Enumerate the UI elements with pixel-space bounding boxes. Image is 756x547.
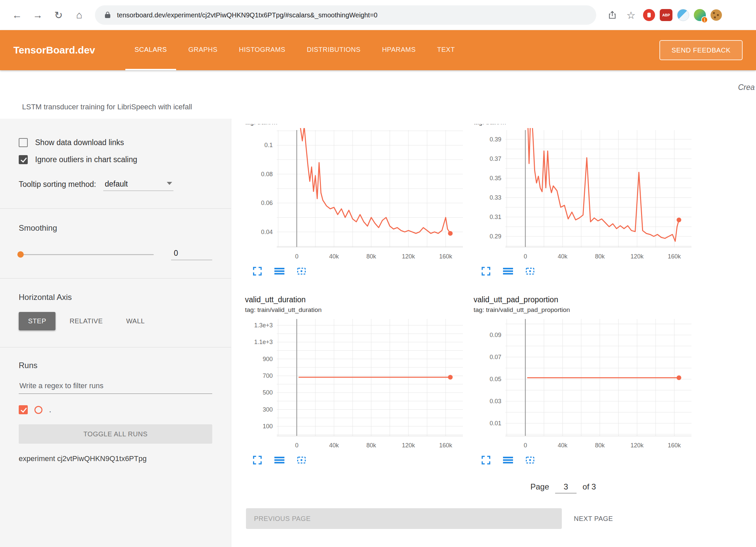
svg-text:0.39: 0.39	[490, 136, 501, 143]
tab-text[interactable]: TEXT	[428, 30, 464, 70]
app-header: TensorBoard.dev SCALARS GRAPHS HISTOGRAM…	[0, 30, 756, 70]
tooltip-sorting-dropdown[interactable]: default	[103, 180, 173, 191]
chart-toolbar	[252, 453, 466, 467]
svg-text:0.1: 0.1	[264, 142, 273, 148]
svg-text:0: 0	[524, 442, 527, 449]
chart-toolbar	[252, 264, 466, 278]
svg-text:40k: 40k	[558, 442, 568, 449]
axis-relative-button[interactable]: RELATIVE	[60, 312, 112, 330]
svg-text:0.33: 0.33	[490, 194, 501, 201]
svg-text:160k: 160k	[439, 253, 453, 260]
horizontal-axis-buttons: STEP RELATIVE WALL	[19, 312, 212, 330]
reload-icon[interactable]: ↻	[49, 5, 68, 25]
svg-text:120k: 120k	[631, 253, 644, 260]
svg-text:0.01: 0.01	[490, 420, 501, 427]
chart-card-top-left: tag: train/… 0.040.060.080.1040k80k120k1…	[245, 124, 466, 278]
svg-text:300: 300	[263, 406, 273, 413]
axis-wall-button[interactable]: WALL	[117, 312, 154, 330]
expand-icon[interactable]	[481, 266, 491, 276]
ignore-outliers-row: Ignore outliers in chart scaling	[19, 155, 212, 164]
smoothing-slider[interactable]	[19, 254, 154, 255]
ignore-outliers-checkbox[interactable]	[19, 155, 28, 164]
chart-toolbar	[481, 264, 694, 278]
horizontal-lines-icon[interactable]	[274, 455, 284, 465]
divider	[0, 208, 231, 209]
forward-icon[interactable]: →	[28, 5, 47, 25]
svg-text:40k: 40k	[329, 253, 339, 260]
cookie-icon[interactable]	[711, 9, 722, 21]
chart-card-valid-utt-duration: valid_utt_duration tag: train/valid_utt_…	[245, 295, 466, 467]
svg-text:0.06: 0.06	[261, 200, 273, 206]
tab-scalars[interactable]: SCALARS	[125, 30, 176, 70]
chart-title: valid_utt_pad_proportion	[474, 295, 694, 304]
show-download-links-checkbox[interactable]	[19, 138, 28, 147]
svg-text:120k: 120k	[402, 442, 415, 449]
line-chart-valid-utt-pad-proportion[interactable]: 0.010.030.050.070.09040k80k120k160k	[474, 317, 694, 450]
page-number-input[interactable]: 3	[555, 482, 577, 494]
previous-page-button[interactable]: PREVIOUS PAGE	[246, 508, 562, 529]
show-download-links-row: Show data download links	[19, 138, 212, 147]
back-icon[interactable]: ←	[7, 5, 27, 25]
tab-histograms[interactable]: HISTOGRAMS	[230, 30, 295, 70]
axis-step-button[interactable]: STEP	[19, 312, 55, 330]
runs-heading: Runs	[19, 361, 212, 370]
svg-text:80k: 80k	[366, 442, 376, 449]
run-color-swatch	[34, 406, 42, 414]
chevron-down-icon	[167, 182, 172, 185]
svg-text:500: 500	[263, 389, 273, 396]
svg-text:80k: 80k	[595, 442, 605, 449]
nav-tabs: SCALARS GRAPHS HISTOGRAMS DISTRIBUTIONS …	[125, 30, 464, 70]
horizontal-lines-icon[interactable]	[503, 455, 513, 465]
fit-domain-icon[interactable]	[525, 455, 535, 465]
url-bar[interactable]: tensorboard.dev/experiment/cj2vtPiwQHKN9…	[95, 5, 596, 25]
smoothing-slider-thumb[interactable]	[17, 251, 24, 258]
fit-domain-icon[interactable]	[525, 266, 535, 276]
svg-text:40k: 40k	[558, 253, 568, 260]
svg-text:1.3e+3: 1.3e+3	[254, 322, 273, 329]
line-chart-valid-utt-duration[interactable]: 1003005007009001.1e+31.3e+3040k80k120k16…	[245, 317, 466, 450]
experiment-description: LSTM transducer training for LibriSpeech…	[22, 103, 192, 111]
chart-tag: tag: train/valid_utt_pad_proportion	[474, 306, 694, 314]
run-row: .	[19, 405, 212, 414]
expand-icon[interactable]	[252, 266, 262, 276]
svg-text:0.31: 0.31	[490, 214, 501, 220]
charts-grid: tag: train/… 0.040.060.080.1040k80k120k1…	[245, 124, 756, 467]
profile-avatar[interactable]: 1	[694, 9, 706, 21]
svg-text:80k: 80k	[366, 253, 376, 260]
svg-text:160k: 160k	[439, 442, 453, 449]
svg-text:0.07: 0.07	[490, 354, 501, 360]
svg-text:0: 0	[295, 253, 298, 260]
tab-graphs[interactable]: GRAPHS	[179, 30, 227, 70]
line-chart-top-left[interactable]: 0.040.060.080.1040k80k120k160k	[245, 128, 466, 261]
chart-title: valid_utt_duration	[245, 295, 466, 304]
horizontal-lines-icon[interactable]	[503, 266, 513, 276]
toggle-all-runs-button[interactable]: TOGGLE ALL RUNS	[19, 424, 212, 444]
svg-text:700: 700	[263, 372, 273, 379]
adblock-extension-icon[interactable]	[643, 9, 655, 21]
home-icon[interactable]: ⌂	[70, 5, 89, 25]
blue-extension-icon[interactable]	[677, 9, 689, 21]
expand-icon[interactable]	[252, 455, 262, 465]
experiment-id-text: experiment cj2vtPiwQHKN9Q1tx6PTpg	[19, 454, 212, 463]
chart-toolbar	[481, 453, 694, 467]
line-chart-top-right[interactable]: 0.290.310.330.350.370.39040k80k120k160k	[474, 128, 694, 261]
tab-distributions[interactable]: DISTRIBUTIONS	[297, 30, 370, 70]
send-feedback-button[interactable]: SEND FEEDBACK	[659, 40, 743, 60]
horizontal-lines-icon[interactable]	[274, 266, 284, 276]
url-text[interactable]: tensorboard.dev/experiment/cj2vtPiwQHKN9…	[117, 11, 377, 19]
fit-domain-icon[interactable]	[296, 266, 306, 276]
abp-extension-icon[interactable]: ABP	[660, 9, 672, 21]
runs-filter-input[interactable]	[19, 381, 212, 394]
run-checkbox[interactable]	[19, 405, 28, 414]
share-icon[interactable]	[606, 5, 619, 25]
svg-text:80k: 80k	[595, 253, 605, 260]
smoothing-value-input[interactable]: 0	[171, 249, 212, 260]
subheader: Crea LSTM transducer training for LibriS…	[0, 70, 756, 119]
next-page-button[interactable]: NEXT PAGE	[574, 515, 613, 523]
expand-icon[interactable]	[481, 455, 491, 465]
fit-domain-icon[interactable]	[296, 455, 306, 465]
bookmark-star-icon[interactable]: ☆	[624, 5, 638, 25]
tab-hparams[interactable]: HPARAMS	[373, 30, 425, 70]
clipped-created-text: Crea	[738, 83, 755, 92]
show-download-links-label: Show data download links	[35, 138, 124, 147]
